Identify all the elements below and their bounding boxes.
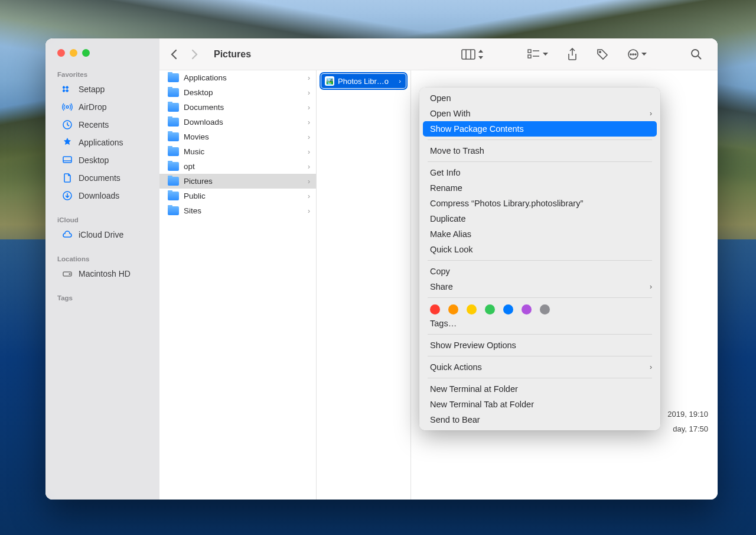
menu-item-share[interactable]: Share› [419, 279, 660, 294]
icloud-icon [62, 229, 73, 240]
menu-item-tags[interactable]: Tags… [419, 316, 660, 331]
tag-color-ff3b30[interactable] [430, 304, 440, 314]
column-item-label: Sites [184, 206, 201, 215]
menu-item-move-to-trash[interactable]: Move to Trash [419, 143, 660, 158]
menu-item-open-with[interactable]: Open With› [419, 106, 660, 121]
share-button[interactable] [562, 46, 582, 63]
menu-item-duplicate[interactable]: Duplicate [419, 211, 660, 226]
tag-color-row [419, 301, 660, 316]
file-photos-library[interactable]: 🏞️ Photos Libr…o › [321, 74, 406, 88]
close-button[interactable] [57, 49, 65, 57]
menu-item-show-preview-options[interactable]: Show Preview Options [419, 338, 660, 353]
svg-rect-1 [63, 86, 66, 89]
menu-item-label: Rename [430, 183, 462, 193]
column-item-pictures[interactable]: Pictures› [159, 174, 316, 189]
column-item-label: Pictures [184, 177, 213, 186]
column-item-label: Desktop [184, 88, 213, 97]
sidebar-item-applications[interactable]: Applications [50, 134, 155, 151]
documents-icon [62, 173, 73, 183]
column-item-music[interactable]: Music› [159, 144, 316, 159]
chevron-right-icon: › [308, 133, 310, 141]
forward-button[interactable] [191, 48, 198, 60]
menu-item-new-terminal-tab-at-folder[interactable]: New Terminal Tab at Folder [419, 397, 660, 412]
chevron-right-icon: › [308, 177, 310, 186]
file-label: Photos Libr…o [338, 77, 389, 86]
column-item-downloads[interactable]: Downloads› [159, 115, 316, 129]
sidebar-item-downloads[interactable]: Downloads [50, 187, 155, 205]
sidebar-item-macintosh-hd[interactable]: Macintosh HD [50, 265, 155, 283]
menu-item-quick-look[interactable]: Quick Look [419, 242, 660, 257]
menu-item-get-info[interactable]: Get Info [419, 165, 660, 180]
chevron-right-icon: › [308, 148, 310, 156]
tag-color-007aff[interactable] [503, 304, 513, 314]
tags-button[interactable] [592, 46, 613, 63]
menu-item-label: Show Package Contents [430, 124, 524, 134]
chevron-down-icon [543, 53, 548, 56]
column-item-label: Music [184, 147, 204, 156]
menu-item-label: Move to Trash [430, 146, 484, 155]
menu-item-copy[interactable]: Copy [419, 264, 660, 279]
sidebar-label: AirDrop [79, 102, 106, 112]
menu-item-label: Quick Actions [430, 362, 482, 372]
menu-item-label: Show Preview Options [430, 341, 516, 350]
view-columns-button[interactable] [457, 47, 488, 62]
column-item-opt[interactable]: opt› [159, 159, 316, 174]
back-button[interactable] [170, 48, 178, 60]
chevron-right-icon: › [308, 103, 310, 112]
sidebar-item-icloud-drive[interactable]: iCloud Drive [50, 226, 155, 244]
tag-color-af52de[interactable] [522, 304, 532, 314]
sidebar-section-title: Tags [45, 291, 159, 304]
column-item-desktop[interactable]: Desktop› [159, 85, 316, 100]
svg-point-18 [692, 50, 699, 57]
folder-icon [168, 118, 179, 127]
menu-item-label: Send to Bear [430, 415, 480, 424]
column-item-sites[interactable]: Sites› [159, 203, 316, 218]
folder-icon [168, 206, 179, 215]
sidebar-label: Setapp [79, 85, 105, 94]
more-button[interactable] [623, 46, 651, 63]
menu-item-label: Tags… [430, 319, 457, 328]
column-pictures: 🏞️ Photos Libr…o › [317, 70, 411, 500]
tag-color-ffcc00[interactable] [467, 304, 477, 314]
sidebar-item-recents[interactable]: Recents [50, 116, 155, 134]
menu-item-compress-photos-library-photoslibrary[interactable]: Compress “Photos Library.photoslibrary” [419, 196, 660, 211]
window-title: Pictures [214, 49, 251, 60]
tag-color-34c759[interactable] [485, 304, 495, 314]
menu-separator [428, 378, 652, 378]
sidebar-item-documents[interactable]: Documents [50, 169, 155, 187]
menu-item-label: Compress “Photos Library.photoslibrary” [430, 199, 583, 208]
menu-item-make-alias[interactable]: Make Alias [419, 226, 660, 242]
fullscreen-button[interactable] [82, 49, 90, 57]
folder-icon [168, 88, 179, 97]
photos-library-icon: 🏞️ [325, 76, 334, 86]
column-item-public[interactable]: Public› [159, 189, 316, 203]
chevron-right-icon: › [308, 118, 310, 127]
menu-item-rename[interactable]: Rename [419, 180, 660, 196]
preview-created: 2019, 19:10 [667, 407, 708, 422]
chevron-right-icon: › [308, 163, 310, 171]
chevron-right-icon: › [308, 207, 310, 215]
toolbar: Pictures [159, 38, 718, 70]
tag-color-8e8e93[interactable] [540, 304, 550, 314]
menu-item-send-to-bear[interactable]: Send to Bear [419, 412, 660, 427]
menu-item-new-terminal-at-folder[interactable]: New Terminal at Folder [419, 381, 660, 397]
menu-item-open[interactable]: Open [419, 90, 660, 106]
tag-color-ff9500[interactable] [448, 304, 458, 314]
column-item-movies[interactable]: Movies› [159, 129, 316, 144]
sidebar-item-desktop[interactable]: Desktop [50, 151, 155, 169]
sidebar: Favorites Setapp AirDrop Recents Applica… [45, 38, 159, 500]
svg-point-16 [633, 54, 634, 55]
menu-item-show-package-contents[interactable]: Show Package Contents [423, 121, 657, 137]
column-item-documents[interactable]: Documents› [159, 100, 316, 115]
sidebar-item-setapp[interactable]: Setapp [50, 80, 155, 98]
folder-icon [168, 132, 179, 141]
group-by-button[interactable] [523, 47, 553, 62]
column-item-applications[interactable]: Applications› [159, 70, 316, 85]
search-button[interactable] [686, 46, 707, 63]
sidebar-section-title: Locations [45, 252, 159, 265]
menu-item-quick-actions[interactable]: Quick Actions› [419, 359, 660, 375]
minimize-button[interactable] [70, 49, 77, 57]
svg-rect-2 [66, 89, 69, 93]
context-menu: OpenOpen With›Show Package ContentsMove … [419, 87, 660, 430]
sidebar-item-airdrop[interactable]: AirDrop [50, 98, 155, 116]
